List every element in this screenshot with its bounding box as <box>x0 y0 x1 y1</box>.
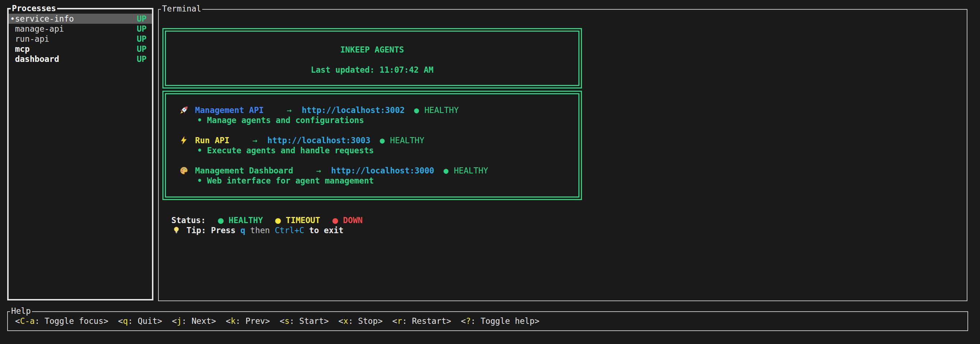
service-description: • Manage agents and configurations <box>197 115 578 125</box>
legend-entry-timeout: ●TIMEOUT <box>275 215 320 225</box>
service-name: Management Dashboard <box>195 165 293 176</box>
tip-segment: to exit <box>304 225 344 235</box>
last-updated-text: Last updated: 11:07:42 AM <box>166 65 578 75</box>
help-item-j: <j: Next> <box>172 316 216 326</box>
bracket-open: < <box>280 316 285 326</box>
zap-icon <box>179 135 189 146</box>
service-url[interactable]: http://localhost:3003 <box>267 135 371 146</box>
tip-segment: q <box>240 225 245 235</box>
help-key: k <box>231 316 235 326</box>
service-status: HEALTHY <box>390 135 425 146</box>
help-key: r <box>397 316 402 326</box>
process-name: dashboard <box>10 54 59 64</box>
help-item-r: <r: Restart> <box>392 316 451 326</box>
help-label: : Start> <box>290 316 329 326</box>
process-row-run-api[interactable]: run-apiUP <box>9 34 152 44</box>
tip-line: Tip: Press q then Ctrl+C to exit <box>171 225 344 235</box>
spacer <box>166 55 578 65</box>
service-status: HEALTHY <box>424 105 459 115</box>
help-item-C-a: <C-a: Toggle focus> <box>15 316 108 326</box>
process-row-service-info[interactable]: •service-infoUP <box>9 14 152 24</box>
bracket-open: < <box>392 316 397 326</box>
bracket-open: < <box>118 316 123 326</box>
process-row-mcp[interactable]: mcpUP <box>9 44 152 54</box>
process-row-dashboard[interactable]: dashboardUP <box>9 54 152 64</box>
process-status-badge: UP <box>137 54 146 64</box>
process-status-badge: UP <box>137 14 146 24</box>
legend-entry-down: ●DOWN <box>332 215 363 225</box>
health-dot-icon: ● <box>414 105 419 115</box>
help-label: : Prev> <box>235 316 270 326</box>
service-line: Management Dashboard→http://localhost:30… <box>179 165 578 176</box>
arrow-icon: → <box>287 105 292 115</box>
process-name: manage-api <box>10 24 64 34</box>
help-key: x <box>344 316 348 326</box>
help-label: : Toggle help> <box>471 316 539 326</box>
service-line: Management API→http://localhost:3002●HEA… <box>179 105 578 115</box>
service-description: • Execute agents and handle requests <box>197 146 578 155</box>
bracket-open: < <box>461 316 466 326</box>
bulb-icon <box>171 225 181 235</box>
legend-name: TIMEOUT <box>286 215 320 225</box>
bracket-open: < <box>226 316 231 326</box>
legend-name: DOWN <box>343 215 363 225</box>
tip-segment: Ctrl+C <box>275 225 304 235</box>
legend-entry-healthy: ●HEALTHY <box>218 215 263 225</box>
service-block: Management Dashboard→http://localhost:30… <box>179 165 578 186</box>
process-status-badge: UP <box>137 44 146 54</box>
help-label: : Toggle focus> <box>35 316 108 326</box>
process-row-manage-api[interactable]: manage-apiUP <box>9 24 152 34</box>
help-key: q <box>123 316 128 326</box>
help-label: : Restart> <box>402 316 451 326</box>
app-root: Processes •service-infoUP manage-apiUP r… <box>0 0 980 344</box>
arrow-icon: → <box>316 165 321 176</box>
help-item-x: <x: Stop> <box>339 316 383 326</box>
service-block: Run API→http://localhost:3003●HEALTHY• E… <box>179 135 578 155</box>
help-key: s <box>285 316 290 326</box>
status-label: Status: <box>171 215 206 225</box>
help-label: : Quit> <box>128 316 162 326</box>
service-name: Run API <box>195 135 229 146</box>
help-items: <C-a: Toggle focus><q: Quit><j: Next><k:… <box>15 316 549 326</box>
service-block: Management API→http://localhost:3002●HEA… <box>179 105 578 125</box>
legend-dot-icon: ● <box>275 215 281 225</box>
service-name: Management API <box>195 105 264 115</box>
palette-icon <box>179 165 189 176</box>
bracket-open: < <box>15 316 20 326</box>
service-url[interactable]: http://localhost:3000 <box>331 165 434 176</box>
help-item-s: <s: Start> <box>280 316 329 326</box>
tip-segment: then <box>245 225 275 235</box>
process-name: mcp <box>10 44 30 54</box>
health-dot-icon: ● <box>444 165 449 176</box>
processes-panel[interactable]: Processes •service-infoUP manage-apiUP r… <box>7 8 153 301</box>
process-list: •service-infoUP manage-apiUP run-apiUP m… <box>9 14 152 64</box>
help-panel-title: Help <box>10 306 32 316</box>
app-title: INKEEP AGENTS <box>166 45 578 55</box>
process-name: run-api <box>10 34 49 44</box>
services-box: Management API→http://localhost:3002●HEA… <box>162 91 582 200</box>
legend-name: HEALTHY <box>229 215 263 225</box>
process-status-badge: UP <box>137 34 146 44</box>
header-box: INKEEP AGENTS Last updated: 11:07:42 AM <box>162 28 582 88</box>
process-name: •service-info <box>10 14 74 24</box>
terminal-panel-title: Terminal <box>161 3 202 14</box>
status-legend: Status:●HEALTHY●TIMEOUT●DOWN <box>171 215 363 225</box>
help-label: : Stop> <box>348 316 383 326</box>
health-dot-icon: ● <box>380 135 385 146</box>
help-item-?: <?: Toggle help> <box>461 316 539 326</box>
bracket-open: < <box>339 316 344 326</box>
help-key: ? <box>466 316 471 326</box>
service-line: Run API→http://localhost:3003●HEALTHY <box>179 135 578 146</box>
legend-dot-icon: ● <box>218 215 224 225</box>
bracket-open: < <box>172 316 177 326</box>
terminal-panel[interactable]: Terminal INKEEP AGENTS Last updated: 11:… <box>158 9 967 301</box>
arrow-icon: → <box>253 135 258 146</box>
help-item-q: <q: Quit> <box>118 316 162 326</box>
service-description: • Web interface for agent management <box>197 176 578 186</box>
help-label: : Next> <box>182 316 216 326</box>
processes-panel-title: Processes <box>11 3 57 13</box>
help-item-k: <k: Prev> <box>226 316 270 326</box>
tip-segment: Tip: Press <box>186 225 240 235</box>
service-url[interactable]: http://localhost:3002 <box>302 105 405 115</box>
help-key: j <box>177 316 182 326</box>
